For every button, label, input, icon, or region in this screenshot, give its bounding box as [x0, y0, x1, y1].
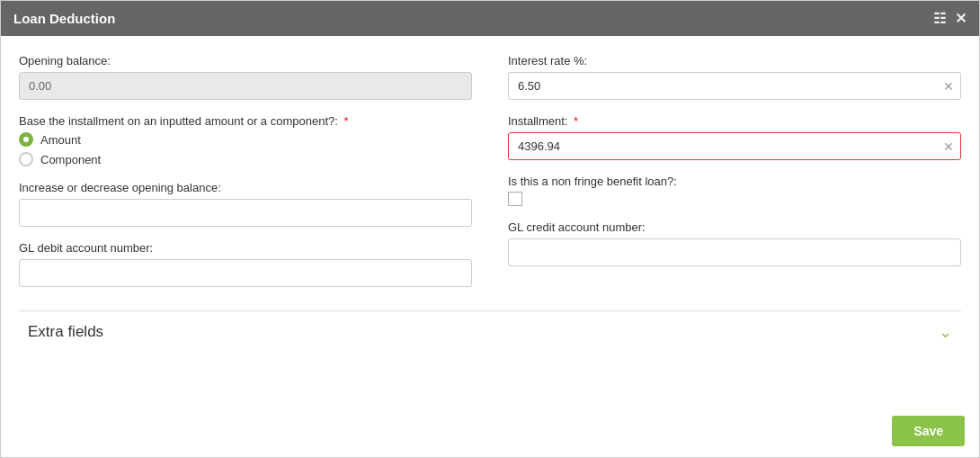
- installment-group: Installment: * ✕: [508, 114, 961, 160]
- radio-component[interactable]: [19, 152, 33, 166]
- radio-group: Amount Component: [19, 132, 472, 166]
- increase-decrease-label: Increase or decrease opening balance:: [19, 181, 472, 194]
- gl-credit-label: GL credit account number:: [508, 220, 961, 234]
- installment-required-star: *: [570, 114, 578, 128]
- increase-decrease-group: Increase or decrease opening balance:: [19, 181, 472, 227]
- extra-fields-label: Extra fields: [28, 323, 103, 341]
- dialog-footer: Save: [1, 409, 979, 457]
- close-icon[interactable]: ✕: [955, 10, 967, 27]
- gl-credit-group: GL credit account number:: [508, 220, 961, 266]
- radio-amount-option[interactable]: Amount: [19, 132, 472, 147]
- interest-rate-group: Interest rate %: ✕: [508, 54, 961, 100]
- installment-label: Installment: *: [508, 114, 961, 128]
- dialog-body: Opening balance: (function(){ var d = JS…: [1, 36, 979, 409]
- right-column: Interest rate %: ✕ Installment: * ✕: [508, 54, 961, 301]
- base-installment-group: Base the installment on an inputted amou…: [19, 114, 472, 166]
- base-installment-label: Base the installment on an inputted amou…: [19, 114, 472, 128]
- form-grid: Opening balance: (function(){ var d = JS…: [19, 54, 961, 301]
- extra-fields-section: Extra fields ⌄: [19, 310, 961, 353]
- installment-input-wrapper: ✕: [508, 132, 961, 160]
- non-fringe-group: Is this a non fringe benefit loan?:: [508, 175, 961, 206]
- non-fringe-label: Is this a non fringe benefit loan?:: [508, 175, 961, 188]
- save-button[interactable]: Save: [892, 416, 965, 446]
- interest-rate-label: Interest rate %:: [508, 54, 961, 67]
- dialog-header: Loan Deduction ☷ ✕: [1, 1, 979, 36]
- installment-clear-btn[interactable]: ✕: [941, 139, 956, 155]
- dialog-title: Loan Deduction: [13, 11, 115, 26]
- chevron-down-icon: ⌄: [939, 322, 952, 342]
- opening-balance-label: Opening balance:: [19, 54, 472, 67]
- list-icon[interactable]: ☷: [933, 10, 946, 27]
- required-star: *: [341, 114, 349, 128]
- opening-balance-input[interactable]: [19, 72, 472, 100]
- non-fringe-checkbox[interactable]: [508, 192, 522, 206]
- installment-input[interactable]: [508, 132, 961, 160]
- radio-amount-label: Amount: [40, 133, 81, 147]
- interest-rate-input-wrapper: ✕: [508, 72, 961, 100]
- extra-fields-header[interactable]: Extra fields ⌄: [19, 311, 961, 353]
- increase-decrease-input[interactable]: [19, 199, 472, 227]
- gl-debit-label: GL debit account number:: [19, 241, 472, 255]
- header-icons: ☷ ✕: [933, 10, 967, 27]
- interest-rate-clear-btn[interactable]: ✕: [941, 78, 956, 94]
- opening-balance-group: Opening balance: (function(){ var d = JS…: [19, 54, 472, 100]
- interest-rate-input[interactable]: [508, 72, 961, 100]
- left-column: Opening balance: (function(){ var d = JS…: [19, 54, 472, 301]
- non-fringe-checkbox-wrapper: [508, 192, 961, 206]
- gl-debit-group: GL debit account number:: [19, 241, 472, 287]
- radio-component-label: Component: [40, 153, 101, 166]
- radio-amount[interactable]: [19, 132, 33, 147]
- gl-credit-input[interactable]: [508, 238, 961, 266]
- radio-component-option[interactable]: Component: [19, 152, 472, 166]
- gl-debit-input[interactable]: [19, 259, 472, 287]
- loan-deduction-dialog: Loan Deduction ☷ ✕ Opening balance: (fun…: [0, 0, 980, 458]
